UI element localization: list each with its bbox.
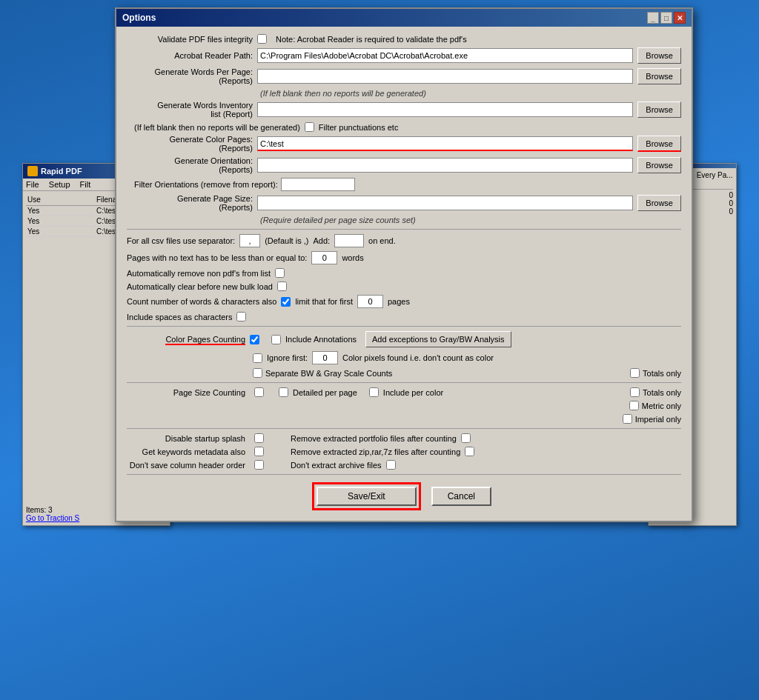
ignore-first-row: Ignore first: Color pixels found i.e. do… bbox=[127, 351, 681, 364]
orientation-row: Generate Orientation: (Reports) Browse bbox=[127, 156, 681, 174]
include-spaces-label: Include spaces as characters bbox=[127, 313, 232, 321]
imperial-only-checkbox[interactable] bbox=[623, 414, 632, 424]
options-title: Options bbox=[122, 13, 156, 23]
include-spaces-row: Include spaces as characters bbox=[127, 312, 681, 321]
disable-startup-checkbox[interactable] bbox=[254, 433, 264, 443]
words-per-page-label: Generate Words Per Page: (Reports) bbox=[127, 67, 253, 85]
maximize-button[interactable]: □ bbox=[660, 12, 672, 24]
auto-clear-checkbox[interactable] bbox=[277, 281, 287, 291]
ignore-first-label: Ignore first: bbox=[267, 353, 308, 362]
color-pages-browse-button[interactable]: Browse bbox=[637, 136, 681, 152]
auto-remove-checkbox[interactable] bbox=[275, 268, 285, 278]
include-per-color-checkbox[interactable] bbox=[369, 387, 379, 397]
metric-only-label: Metric only bbox=[642, 401, 681, 410]
include-annotations-checkbox[interactable] bbox=[271, 335, 281, 344]
filter-orientations-label: Filter Orientations (remove from report)… bbox=[134, 180, 278, 189]
keywords-row: Get keywords metadata also Remove extrac… bbox=[127, 447, 681, 456]
words-inventory-label: Generate Words Inventory list (Report) bbox=[127, 101, 253, 119]
minimize-button[interactable]: _ bbox=[647, 12, 659, 24]
words-per-page-browse-button[interactable]: Browse bbox=[637, 68, 681, 84]
no-text-label: Pages with no text has to be less than o… bbox=[127, 253, 307, 262]
remove-portfolio-checkbox[interactable] bbox=[461, 433, 471, 443]
no-text-unit: words bbox=[342, 253, 363, 262]
rapid-pdf-icon bbox=[27, 166, 38, 176]
validate-pdf-checkbox[interactable] bbox=[257, 34, 267, 44]
filter-punctuations-label: Filter punctuations etc bbox=[319, 123, 399, 132]
color-pages-counting-row: Color Pages Counting Include Annotations… bbox=[127, 331, 681, 347]
titlebar-buttons: _ □ ✕ bbox=[647, 12, 686, 24]
acrobat-browse-button[interactable]: Browse bbox=[637, 47, 681, 64]
page-size-counting-row: Page Size Counting Detailed per page Inc… bbox=[127, 387, 681, 397]
csv-default-note: (Default is ,) bbox=[265, 236, 308, 245]
no-text-row: Pages with no text has to be less than o… bbox=[127, 251, 681, 264]
no-text-input[interactable] bbox=[311, 251, 337, 264]
totals-only-1-checkbox[interactable] bbox=[630, 368, 640, 378]
close-button[interactable]: ✕ bbox=[674, 12, 686, 24]
page-size-label: Generate Page Size: (Reports) bbox=[127, 194, 253, 212]
count-words-limit-label: limit that for first bbox=[295, 297, 353, 306]
options-titlebar: Options _ □ ✕ bbox=[116, 9, 692, 27]
color-pages-counting-checkbox[interactable] bbox=[250, 335, 259, 344]
include-spaces-checkbox[interactable] bbox=[236, 312, 246, 321]
dont-save-checkbox[interactable] bbox=[254, 460, 264, 470]
totals-only-1-label: Totals only bbox=[643, 369, 681, 378]
words-inventory-row: Generate Words Inventory list (Report) B… bbox=[127, 101, 681, 119]
ignore-first-note: Color pixels found i.e. don't count as c… bbox=[342, 353, 494, 362]
save-exit-button[interactable]: Save/Exit bbox=[316, 487, 417, 506]
cancel-button[interactable]: Cancel bbox=[431, 487, 491, 506]
separate-bw-label: Separate BW & Gray Scale Counts bbox=[265, 369, 392, 378]
page-size-hint: (Require detailed per page size counts s… bbox=[260, 216, 681, 224]
separate-bw-row: Separate BW & Gray Scale Counts Totals o… bbox=[127, 368, 681, 378]
detailed-per-page-label: Detailed per page bbox=[293, 388, 357, 397]
acrobat-path-input[interactable] bbox=[257, 48, 633, 63]
orientation-browse-button[interactable]: Browse bbox=[637, 157, 681, 173]
validate-pdf-note: Note: Acrobat Reader is required to vali… bbox=[276, 35, 467, 44]
page-size-input[interactable] bbox=[257, 196, 633, 210]
csv-add-label: Add: bbox=[313, 236, 330, 245]
page-size-browse-button[interactable]: Browse bbox=[637, 195, 681, 211]
ignore-first-checkbox[interactable] bbox=[253, 353, 262, 363]
count-words-pages-input[interactable] bbox=[357, 295, 383, 308]
dont-extract-label: Don't extract archive files bbox=[291, 461, 382, 470]
orientation-input[interactable] bbox=[257, 158, 633, 173]
count-words-pages-unit: pages bbox=[388, 297, 410, 306]
add-exceptions-button[interactable]: Add exceptions to Gray/BW Analysis bbox=[365, 331, 511, 347]
dont-extract-checkbox[interactable] bbox=[386, 460, 396, 470]
words-inventory-input[interactable] bbox=[257, 102, 633, 117]
include-annotations-label: Include Annotations bbox=[285, 335, 357, 344]
words-per-page-row: Generate Words Per Page: (Reports) Brows… bbox=[127, 67, 681, 85]
totals-only-2-checkbox[interactable] bbox=[630, 387, 640, 397]
metric-only-checkbox[interactable] bbox=[629, 401, 639, 410]
imperial-only-label: Imperial only bbox=[635, 415, 681, 424]
words-inventory-hint: (If left blank then no reports will be g… bbox=[134, 123, 300, 132]
detailed-per-page-checkbox[interactable] bbox=[279, 387, 288, 397]
filter-orientations-input[interactable] bbox=[281, 178, 355, 191]
csv-separator-label: For all csv files use separator: bbox=[127, 236, 235, 245]
auto-remove-row: Automatically remove non pdf's from list bbox=[127, 268, 681, 278]
page-size-counting-label: Page Size Counting bbox=[127, 388, 245, 397]
color-pages-input[interactable] bbox=[257, 136, 633, 151]
words-per-page-input[interactable] bbox=[257, 69, 633, 84]
orientation-label: Generate Orientation: (Reports) bbox=[127, 156, 253, 174]
ignore-first-input[interactable] bbox=[312, 351, 338, 364]
imperial-row: Imperial only bbox=[127, 414, 681, 424]
auto-clear-row: Automatically clear before new bulk load bbox=[127, 281, 681, 291]
remove-zip-label: Remove extracted zip,rar,7z files after … bbox=[291, 447, 460, 456]
csv-end-label: on end. bbox=[368, 236, 396, 245]
page-size-row: Generate Page Size: (Reports) Browse bbox=[127, 194, 681, 212]
dont-save-row: Don't save column header order Don't ext… bbox=[127, 460, 681, 470]
page-size-counting-checkbox[interactable] bbox=[254, 387, 264, 397]
separate-bw-checkbox[interactable] bbox=[253, 368, 262, 378]
count-words-row: Count number of words & characters also … bbox=[127, 295, 681, 308]
words-inventory-browse-button[interactable]: Browse bbox=[637, 101, 681, 118]
disable-startup-label: Disable startup splash bbox=[127, 434, 245, 443]
acrobat-path-label: Acrobat Reader Path: bbox=[127, 51, 253, 60]
keywords-checkbox[interactable] bbox=[254, 447, 264, 456]
filter-punctuations-checkbox[interactable] bbox=[305, 122, 314, 132]
keywords-label: Get keywords metadata also bbox=[127, 447, 245, 456]
csv-add-input[interactable] bbox=[334, 234, 364, 247]
csv-separator-input[interactable] bbox=[239, 234, 260, 247]
count-words-checkbox[interactable] bbox=[281, 297, 291, 307]
bottom-buttons: Save/Exit Cancel bbox=[127, 479, 681, 513]
remove-zip-checkbox[interactable] bbox=[465, 447, 474, 456]
